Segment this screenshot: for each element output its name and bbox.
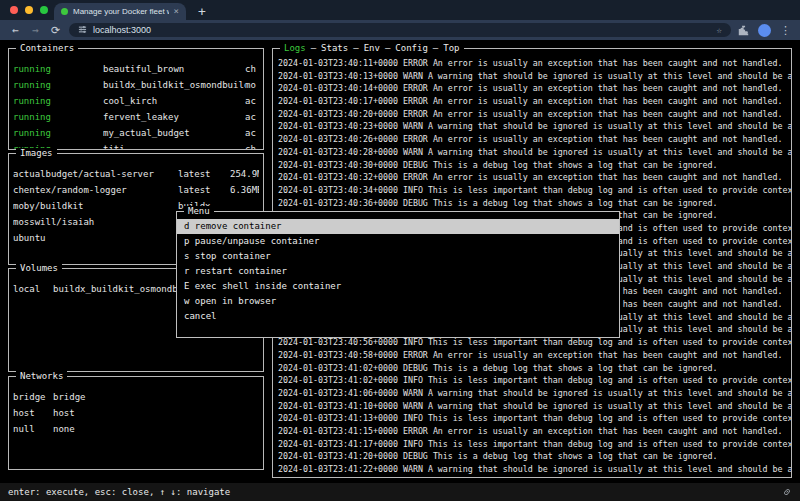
container-image: ch <box>245 141 259 149</box>
image-tag: latest <box>178 182 230 198</box>
container-row[interactable]: running beautiful_brown ch <box>9 61 263 77</box>
log-message: A warning that should be ignored is usua… <box>428 71 791 81</box>
window-zoom-button[interactable] <box>40 6 48 14</box>
log-line: 2024-01-03T23:40:58+0000 ERROR An error … <box>278 349 791 362</box>
log-timestamp: 2024-01-03T23:40:14+0000 <box>278 83 398 93</box>
log-timestamp: 2024-01-03T23:40:28+0000 <box>278 147 398 157</box>
container-row[interactable]: running my_actual_budget ac <box>9 125 263 141</box>
browser-tab[interactable]: Manage your Docker fleet w × <box>54 3 186 20</box>
log-level: ERROR <box>403 350 428 360</box>
url-text: localhost:3000 <box>93 25 151 35</box>
log-timestamp: 2024-01-03T23:41:15+0000 <box>278 426 398 436</box>
log-timestamp: 2024-01-03T23:40:13+0000 <box>278 71 398 81</box>
container-image: ac <box>245 125 259 141</box>
menu-item[interactable]: r restart container <box>177 264 619 279</box>
menu-item[interactable]: p pause/unpause container <box>177 234 619 249</box>
back-button[interactable]: ← <box>9 25 22 36</box>
menu-item[interactable]: d remove container <box>177 219 619 234</box>
log-level: INFO <box>403 185 423 195</box>
menu-item[interactable]: w open in browser <box>177 294 619 309</box>
extensions-puzzle-icon[interactable] <box>738 21 749 40</box>
log-level: INFO <box>403 337 423 347</box>
container-name: fervent_leakey <box>103 109 245 125</box>
profile-avatar[interactable] <box>758 24 771 37</box>
log-level: WARN <box>403 71 423 81</box>
log-level: WARN <box>403 147 423 157</box>
log-level: ERROR <box>403 83 428 93</box>
container-name: my_actual_budget <box>103 125 245 141</box>
log-timestamp: 2024-01-03T23:41:17+0000 <box>278 439 398 449</box>
log-level: ERROR <box>403 426 428 436</box>
window-close-button[interactable] <box>10 6 18 14</box>
log-timestamp: 2024-01-03T23:41:06+0000 <box>278 388 398 398</box>
log-timestamp: 2024-01-03T23:40:11+0000 <box>278 58 398 68</box>
log-level: DEBUG <box>403 160 428 170</box>
log-level: INFO <box>403 413 423 423</box>
tab-close-icon[interactable]: × <box>174 7 179 16</box>
address-bar[interactable]: localhost:3000 ☆ <box>69 23 731 37</box>
containers-list: running beautiful_brown ch running build… <box>9 49 263 149</box>
container-image: mo <box>245 77 259 93</box>
logs-tab-item[interactable]: — <box>433 43 438 54</box>
log-message: This is a debug log that shows a log tha… <box>433 363 718 373</box>
logs-tab-item[interactable]: — <box>385 43 390 54</box>
network-row[interactable]: bridge bridge <box>9 389 263 405</box>
docker-tui-page: Containers running beautiful_brown ch ru… <box>0 40 800 501</box>
container-row[interactable]: running fervent_leakey ac <box>9 109 263 125</box>
log-message: An error is usually an exception that ha… <box>433 134 783 144</box>
log-level: ERROR <box>403 96 428 106</box>
image-row[interactable]: chentex/random-logger latest 6.36MB <box>9 182 263 198</box>
container-state: running <box>13 125 103 141</box>
log-level: INFO <box>403 375 423 385</box>
logs-tab-item[interactable]: Config <box>395 43 428 54</box>
menu-item[interactable]: s stop container <box>177 249 619 264</box>
browser-window: Manage your Docker fleet w × + ← → ⟳ loc… <box>0 0 800 40</box>
menu-item[interactable]: E exec shell inside container <box>177 279 619 294</box>
network-name: host <box>13 405 53 421</box>
site-info-icon[interactable] <box>78 25 87 36</box>
image-name: ubuntu <box>13 230 178 246</box>
log-message: An error is usually an exception that ha… <box>433 58 783 68</box>
window-minimize-button[interactable] <box>25 6 33 14</box>
logs-tab-item[interactable]: Stats <box>321 43 348 54</box>
container-row[interactable]: running cool_kirch ac <box>9 93 263 109</box>
new-tab-button[interactable]: + <box>198 5 206 18</box>
logs-tab-item[interactable]: Logs <box>284 43 306 54</box>
log-timestamp: 2024-01-03T23:40:34+0000 <box>278 185 398 195</box>
tab-title: Manage your Docker fleet w <box>73 7 169 16</box>
network-driver: host <box>53 405 259 421</box>
browser-menu-icon[interactable]: ⋮ <box>780 25 791 36</box>
bookmark-star-icon[interactable]: ☆ <box>717 26 722 35</box>
container-row[interactable]: running buildx_buildkit_osmondbuilder0 m… <box>9 77 263 93</box>
log-line: 2024-01-03T23:40:17+0000 ERROR An error … <box>278 95 791 108</box>
reload-button[interactable]: ⟳ <box>49 25 62 36</box>
image-size: 6.36MB <box>230 182 259 198</box>
log-line: 2024-01-03T23:41:02+0000 INFO This is le… <box>278 374 791 387</box>
networks-list: bridge bridge host host null none <box>9 377 263 469</box>
log-message: An error is usually an exception that ha… <box>433 96 783 106</box>
logs-tab-item[interactable]: — <box>353 43 358 54</box>
log-timestamp: 2024-01-03T23:41:13+0000 <box>278 413 398 423</box>
volume-driver: local <box>13 281 53 297</box>
log-message: This is less important than debug log an… <box>428 185 791 195</box>
log-message: A warning that should be ignored is usua… <box>428 388 791 398</box>
log-timestamp: 2024-01-03T23:40:36+0000 <box>278 198 398 208</box>
network-row[interactable]: host host <box>9 405 263 421</box>
logs-tabbar: Logs — Stats — Env — Config — Top <box>280 43 464 54</box>
network-row[interactable]: null none <box>9 421 263 437</box>
logs-tab-item[interactable]: Env <box>364 43 380 54</box>
forward-button[interactable]: → <box>29 25 42 36</box>
log-message: This is a debug log that shows a log tha… <box>433 451 718 461</box>
log-message: This is less important than debug log an… <box>428 337 791 347</box>
image-tag: latest <box>178 166 230 182</box>
logs-tab-item[interactable]: — <box>311 43 316 54</box>
image-row[interactable]: actualbudget/actual-server latest 254.9M… <box>9 166 263 182</box>
menu-item[interactable]: cancel <box>177 309 619 324</box>
log-level: WARN <box>403 401 423 411</box>
log-message: A warning that should be ignored is usua… <box>428 464 791 474</box>
status-hints: enter: execute, esc: close, ↑ ↓: navigat… <box>8 487 230 497</box>
log-timestamp: 2024-01-03T23:40:32+0000 <box>278 172 398 182</box>
log-line: 2024-01-03T23:40:23+0000 WARN A warning … <box>278 120 791 133</box>
network-driver: bridge <box>53 389 259 405</box>
logs-tab-item[interactable]: Top <box>443 43 459 54</box>
